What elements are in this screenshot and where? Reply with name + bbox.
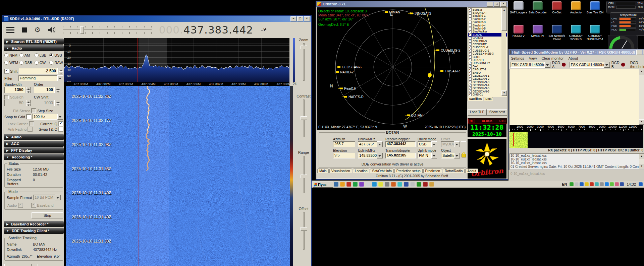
agc-panel-header[interactable]: ▶AGC xyxy=(4,141,64,147)
satellite-list-item-colibri-s[interactable]: COLIBRI-S xyxy=(468,40,507,43)
satellite-list-item-geoscan-3[interactable]: GEOSCAN-3 xyxy=(468,80,507,83)
chevron-down-icon[interactable] xyxy=(431,141,437,147)
shift-input[interactable]: -2 500 xyxy=(19,68,58,74)
mode-option-lsb[interactable]: LSB xyxy=(35,53,48,57)
modem-b-combo[interactable]: FSK G3RUH 4800bd xyxy=(570,62,610,68)
sdrsharp-title-bar[interactable]: SDR# v1.0.0.1490 - RTL-SDR (R820T) – □ × xyxy=(2,16,311,22)
uplink-mode-combo[interactable]: FM-N xyxy=(418,153,437,158)
pin-icon[interactable]: 📌︎ xyxy=(259,25,268,35)
baseband-recorder-panel-header[interactable]: ▶Baseband Recorder * xyxy=(4,221,64,227)
tab-main[interactable]: Main xyxy=(317,169,329,173)
tray-icon[interactable] xyxy=(600,182,604,186)
desktop-icon-bias-tee-on[interactable]: Bias Tee ON xyxy=(586,1,604,14)
tab-sat-orbit-info[interactable]: Sat/Orbit info xyxy=(370,169,393,173)
scroll-up-icon[interactable]: ▲ xyxy=(501,8,507,13)
orbitron-title-bar[interactable]: Orbitron 3.71 – □ × xyxy=(316,1,508,7)
log-output-area[interactable]: 10-10_eu1xx_ledsat.kss10-10_eu1xx_ledsat… xyxy=(509,153,644,170)
desktop-icon-getkiss-nushsat-1[interactable]: GetKISS+ NUSHSAT-1 xyxy=(586,25,604,41)
taskbar-app-icon[interactable] xyxy=(378,182,383,187)
tray-icon[interactable] xyxy=(575,182,579,186)
satellite-checkbox[interactable] xyxy=(469,93,472,96)
tray-icon[interactable] xyxy=(610,182,614,186)
taskbar-app-icon[interactable] xyxy=(353,182,358,187)
satellite-list-item-enso[interactable]: ENSO xyxy=(468,71,507,74)
satellite-checkbox[interactable] xyxy=(469,21,472,24)
menu-settings[interactable]: Settings xyxy=(511,56,524,60)
recording-panel-header[interactable]: ▼Recording * xyxy=(4,154,64,160)
satellite-list-item-crocube[interactable]: CROCUBE xyxy=(468,43,507,46)
shift-spinner[interactable] xyxy=(59,68,63,74)
satellite-list-item-geoscan-6[interactable]: GEOSCAN-6 xyxy=(468,90,507,93)
mode-option-usb[interactable]: USB xyxy=(49,53,63,57)
minimize-button[interactable]: – xyxy=(636,50,642,55)
tab-satellites[interactable]: Satellites xyxy=(468,97,483,101)
uplink-combo[interactable]: 145.825000 xyxy=(358,153,383,158)
desktop-icon-cwget[interactable]: CwGet xyxy=(547,1,566,14)
desktop-icon-mmsstv[interactable]: MMSSTV xyxy=(528,25,547,38)
satellite-checkbox[interactable] xyxy=(469,24,472,27)
satellite-list-item-beesat[interactable]: BeeSat xyxy=(468,8,507,11)
dde-tracking-panel-header[interactable]: ▼DDE Tracking Client * xyxy=(4,228,64,234)
slider-thumb[interactable] xyxy=(301,227,307,231)
tray-icon[interactable] xyxy=(620,182,624,186)
satellite-list-item-dekart[interactable]: DEKART xyxy=(468,58,507,61)
speaker-icon[interactable] xyxy=(48,26,55,33)
slider-zoom[interactable] xyxy=(301,43,307,81)
satellite-list-item-bluebird-4[interactable]: Bluebird-4 xyxy=(468,24,507,27)
load-tle-button[interactable]: Load TLE xyxy=(468,109,487,116)
menu-clear-monitor[interactable]: Clear monitor xyxy=(541,56,564,60)
menu-about[interactable]: About xyxy=(568,56,578,60)
tray-icon[interactable] xyxy=(590,182,594,186)
fft-display-panel-header[interactable]: ▶FFT Display xyxy=(4,147,64,153)
scroll-up-icon[interactable]: ▲ xyxy=(639,69,644,74)
downlink-combo[interactable]: 437.375* xyxy=(358,141,383,147)
chevron-down-icon[interactable] xyxy=(545,62,550,68)
disconnect-button[interactable]: Disconnect xyxy=(4,264,32,266)
clock-mode-bar[interactable]: RTCLOCKUTC xyxy=(468,118,507,124)
lock-carrier-checkbox[interactable] xyxy=(29,122,34,126)
minimize-button[interactable]: – xyxy=(487,2,493,7)
slider-range[interactable] xyxy=(301,156,307,193)
gear-icon[interactable]: ⚙ xyxy=(34,26,41,33)
tray-icon[interactable] xyxy=(585,182,589,186)
tray-icon[interactable] xyxy=(595,182,599,186)
satellite-list-item-ghs-01[interactable]: GHS-01 xyxy=(468,93,507,96)
scrollbar-thumb[interactable] xyxy=(501,13,507,31)
volume-slider[interactable] xyxy=(63,25,152,35)
slider-thumb[interactable] xyxy=(301,46,307,49)
mode-option-raw[interactable]: RAW xyxy=(49,61,63,65)
menu-icon[interactable] xyxy=(6,27,14,33)
scroll-down-icon[interactable]: ▼ xyxy=(639,164,644,169)
frequency-display[interactable]: 000.437.383.442 xyxy=(159,24,253,36)
mode-option-wfm[interactable]: WFM xyxy=(4,61,18,65)
tab-prediction-setup[interactable]: Prediction setup xyxy=(394,169,423,173)
chevron-down-icon[interactable] xyxy=(57,75,63,81)
tab-visualisation[interactable]: Visualisation xyxy=(329,169,352,173)
correct-iq-checkbox[interactable] xyxy=(59,122,63,126)
menu-view[interactable]: View xyxy=(529,56,537,60)
desktop-icon-audacity[interactable]: Audacity xyxy=(567,1,585,14)
desktop-icon-sat-loggers[interactable]: SAT Loggers xyxy=(509,1,528,14)
close-button[interactable]: × xyxy=(500,2,506,7)
taskbar-app-icon[interactable] xyxy=(359,182,364,187)
chevron-down-icon[interactable] xyxy=(377,153,383,158)
taskbar-clock[interactable]: 14:32 xyxy=(627,182,636,186)
satellite-list-item-cubesx-hse-3[interactable]: CUBESX-HSE-3 xyxy=(468,52,507,55)
downlink-mode-combo[interactable]: USB xyxy=(418,141,437,147)
chevron-down-icon[interactable] xyxy=(57,114,63,120)
desktop-icon-getkiss-soniks[interactable]: GetKISS+ SONIKS xyxy=(567,25,585,41)
satellite-list-item-bluebird-5[interactable]: Bluebird-5 xyxy=(468,27,507,30)
mode-option-nfm[interactable]: NFM xyxy=(4,53,18,57)
language-indicator[interactable]: EN xyxy=(562,182,567,186)
satellite-list-item-dx-1[interactable]: Dx-1 xyxy=(468,65,507,68)
satellite-list-item-dragonfly[interactable]: DRAGONFLY xyxy=(468,62,507,65)
scroll-up-icon[interactable]: ▲ xyxy=(639,154,644,159)
clock-mode-clock[interactable]: CLOCK xyxy=(475,119,499,123)
taskbar-app-icon[interactable] xyxy=(404,182,409,187)
satellite-list-item-geoscan-4[interactable]: GEOSCAN-4 xyxy=(468,83,507,86)
clock-mode-utc[interactable]: UTC xyxy=(499,119,506,123)
chevron-down-icon[interactable] xyxy=(377,141,383,147)
maximize-button[interactable]: □ xyxy=(494,2,500,7)
squelch-checkbox[interactable] xyxy=(4,95,9,99)
satellite-list-item-geoscan-2[interactable]: GEOSCAN-2 xyxy=(468,77,507,80)
